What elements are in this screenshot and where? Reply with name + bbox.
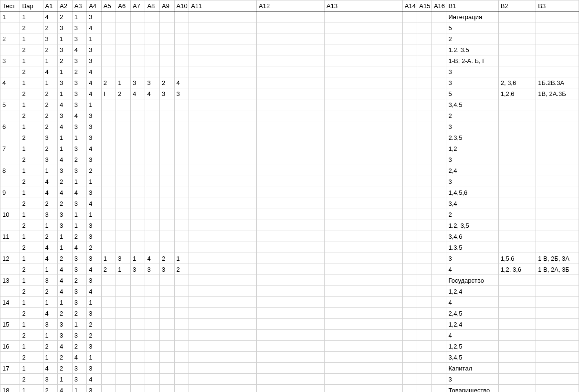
cell <box>116 132 131 143</box>
cell: 1 <box>20 55 43 66</box>
cell <box>402 132 417 143</box>
cell: 1 <box>43 352 58 363</box>
cell <box>189 319 257 330</box>
cell: 3 <box>87 385 102 392</box>
cell <box>402 77 417 88</box>
cell: 3 <box>446 66 498 77</box>
cell: 4 <box>43 11 58 22</box>
cell <box>498 165 536 176</box>
cell: 8 <box>0 165 20 176</box>
cell <box>145 209 160 220</box>
cell <box>174 22 189 33</box>
cell <box>257 110 325 121</box>
table-row: 11121233,4,6 <box>0 231 579 242</box>
cell <box>402 187 417 198</box>
cell <box>402 374 417 385</box>
cell <box>417 33 432 44</box>
cell <box>325 231 403 242</box>
cell <box>116 66 131 77</box>
cell <box>402 165 417 176</box>
cell <box>101 352 116 363</box>
cell: 2 <box>20 22 43 33</box>
cell: 3 <box>446 374 498 385</box>
cell <box>257 154 325 165</box>
cell <box>189 198 257 209</box>
cell: 1,2, 3,6 <box>498 264 536 275</box>
cell: 4 <box>72 242 87 253</box>
cell <box>189 297 257 308</box>
cell <box>325 220 403 231</box>
cell: 3 <box>446 253 498 264</box>
cell <box>402 341 417 352</box>
cell <box>498 66 536 77</box>
cell: 1 <box>43 55 58 66</box>
cell <box>174 55 189 66</box>
cell <box>536 363 579 374</box>
cell: 4 <box>43 242 58 253</box>
cell <box>498 44 536 55</box>
cell <box>402 176 417 187</box>
cell: 3 <box>87 231 102 242</box>
cell: 1Б.2В.3А <box>536 77 579 88</box>
table-row: 224341,2,4 <box>0 286 579 297</box>
cell <box>417 275 432 286</box>
cell: 1 <box>58 374 73 385</box>
table-row: 3112331-В; 2-А. Б, Г <box>0 55 579 66</box>
cell <box>417 231 432 242</box>
cell <box>145 198 160 209</box>
cell <box>160 308 175 319</box>
cell <box>417 121 432 132</box>
cell <box>116 374 131 385</box>
cell: 13 <box>0 275 20 286</box>
cell: 1 <box>20 253 43 264</box>
cell <box>536 66 579 77</box>
cell <box>325 44 403 55</box>
cell: 3 <box>72 33 87 44</box>
cell: 1 <box>43 264 58 275</box>
cell <box>498 308 536 319</box>
cell: 1,2,4 <box>446 286 498 297</box>
cell <box>160 55 175 66</box>
cell: 2 <box>20 132 43 143</box>
cell: 4 <box>43 187 58 198</box>
cell <box>189 165 257 176</box>
cell: 2.3,5 <box>446 132 498 143</box>
cell: 1 <box>58 143 73 154</box>
cell: 3 <box>72 297 87 308</box>
cell <box>189 341 257 352</box>
cell <box>432 319 446 330</box>
cell <box>145 121 160 132</box>
cell: 15 <box>0 319 20 330</box>
cell <box>536 319 579 330</box>
cell: 2 <box>20 176 43 187</box>
cell <box>145 132 160 143</box>
cell <box>432 253 446 264</box>
cell <box>325 198 403 209</box>
cell <box>174 330 189 341</box>
cell <box>325 352 403 363</box>
cell: 2 <box>58 253 73 264</box>
cell: 1.3.5 <box>446 242 498 253</box>
cell: Государство <box>446 275 498 286</box>
cell <box>417 308 432 319</box>
cell: 3 <box>87 341 102 352</box>
col-header: В2 <box>498 0 536 11</box>
cell <box>325 154 403 165</box>
cell <box>189 286 257 297</box>
cell: 4 <box>174 77 189 88</box>
cell: 1 <box>43 165 58 176</box>
cell: 12 <box>0 253 20 264</box>
cell <box>116 220 131 231</box>
cell: 2 <box>20 242 43 253</box>
cell <box>174 297 189 308</box>
cell: 2 <box>160 77 175 88</box>
cell <box>432 66 446 77</box>
cell <box>0 110 20 121</box>
cell: 4 <box>72 110 87 121</box>
cell <box>417 330 432 341</box>
cell: 3 <box>0 55 20 66</box>
cell <box>130 132 145 143</box>
cell <box>325 363 403 374</box>
cell <box>257 220 325 231</box>
cell: 3 <box>130 77 145 88</box>
